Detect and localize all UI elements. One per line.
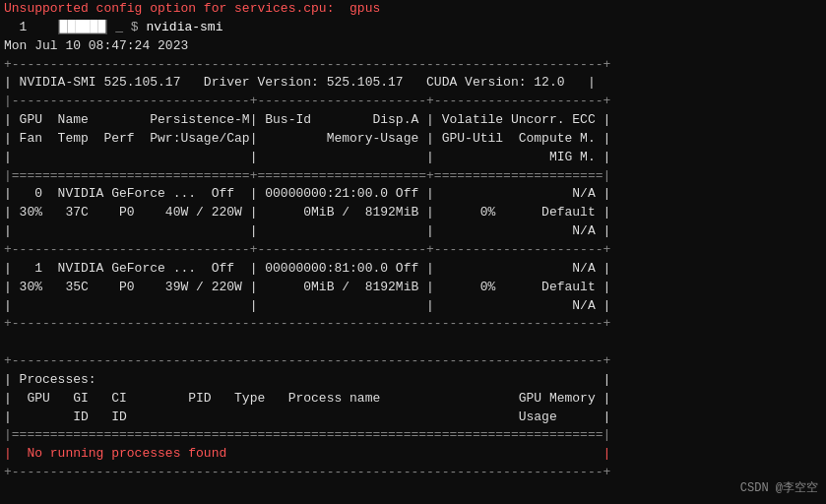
gpu0-row1: | 0 NVIDIA GeForce ... Off | 00000000:21… [0, 185, 826, 204]
border-4: +-------------------------------+-------… [0, 241, 826, 260]
smi-header-line: | NVIDIA-SMI 525.105.17 Driver Version: … [0, 74, 826, 93]
terminal-window: Unsupported config option for services.c… [0, 0, 826, 504]
gpu1-row1: | 1 NVIDIA GeForce ... Off | 00000000:81… [0, 260, 826, 279]
prompt-line: 1 ██████ _ $ nvidia-smi [0, 19, 826, 37]
date-line: Mon Jul 10 08:47:24 2023 [0, 37, 826, 56]
empty-line [0, 334, 826, 352]
gpu0-row2: | 30% 37C P0 40W / 220W | 0MiB / 8192MiB… [0, 204, 826, 222]
border-3: |===============================+=======… [0, 167, 826, 186]
proc-header-line: | Processes: | [0, 371, 826, 390]
border-7: |=======================================… [0, 426, 826, 445]
no-processes-line: | No running processes found | [0, 445, 826, 464]
border-8: +---------------------------------------… [0, 464, 826, 482]
proc-col-2: | ID ID Usage | [0, 409, 826, 427]
gpu1-row3: | | | N/A | [0, 297, 826, 316]
col-header-2: | Fan Temp Perf Pwr:Usage/Cap| Memory-Us… [0, 130, 826, 149]
proc-col-1: | GPU GI CI PID Type Process name GPU Me… [0, 390, 826, 409]
col-header-3: | | | MIG M. | [0, 149, 826, 167]
border-2: |-------------------------------+-------… [0, 93, 826, 111]
watermark-text: CSDN @李空空 [740, 479, 818, 496]
border-5: +---------------------------------------… [0, 315, 826, 334]
border-1: +---------------------------------------… [0, 56, 826, 75]
gpu0-row3: | | | N/A | [0, 222, 826, 241]
col-header-1: | GPU Name Persistence-M| Bus-Id Disp.A … [0, 111, 826, 130]
gpu1-row2: | 30% 35C P0 39W / 220W | 0MiB / 8192MiB… [0, 279, 826, 297]
unsupported-line: Unsupported config option for services.c… [0, 0, 826, 19]
border-6: +---------------------------------------… [0, 352, 826, 371]
